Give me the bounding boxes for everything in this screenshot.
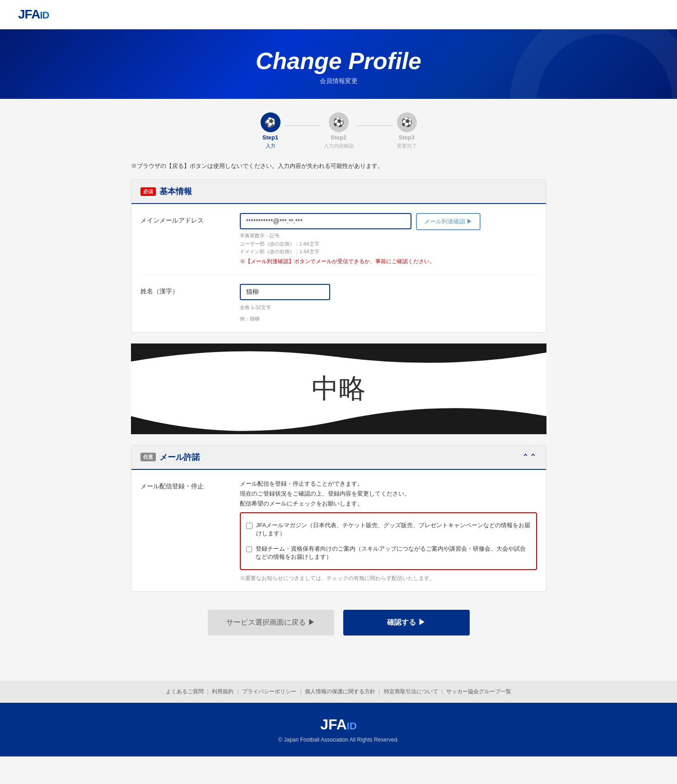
mail-note: ※重要なお知らせにつきましては、チェックの有無に関わらず配信いたします。	[240, 575, 537, 582]
footer-link-terms[interactable]: 利用規約	[212, 688, 233, 695]
name-kanji-row: 全角 1-32文字 例：猫柳	[240, 284, 537, 323]
footer-logo-jfa: JFA	[320, 716, 347, 733]
last-name-group: 全角 1-32文字 例：猫柳	[240, 284, 330, 323]
page-subtitle: 会員情報変更	[9, 77, 668, 85]
steps-indicator: ⚽ Step1 入力 ⚽ Step2 入力内容確認 ⚽ Step3 変更完了	[131, 112, 546, 149]
mail-magazine-checkbox[interactable]	[246, 522, 252, 529]
browser-back-warning: ※ブラウザの【戻る】ボタンは使用しないでください。入力内容が失われる可能性があり…	[131, 162, 546, 170]
action-buttons: サービス選択画面に戻る ▶ 確認する ▶	[131, 610, 546, 636]
checkbox-group: JFAメールマガジン（日本代表、チケット販売、グッズ販売、プレゼントキャンペーン…	[240, 512, 537, 570]
email-hint-2: ユーザー部（@の左側）：1-64文字	[240, 240, 537, 248]
step-3: ⚽ Step3 変更完了	[397, 112, 417, 149]
basic-info-title: 基本情報	[159, 186, 192, 197]
email-hints: 半角英数字・記号 ユーザー部（@の左側）：1-64文字 ドメイン部（@の右側）：…	[240, 232, 537, 256]
mail-config-row: メール配信登録・停止 メール配信を登録・停止することができます。 現在のご登録状…	[140, 470, 537, 591]
email-input[interactable]	[240, 213, 411, 229]
step1-icon: ⚽	[261, 112, 280, 132]
step2-label: Step2	[331, 134, 346, 141]
registered-team-checkbox[interactable]	[246, 546, 252, 553]
name-kanji-label: 姓名（漢字）	[140, 284, 231, 296]
footer-link-privacy[interactable]: プライバシーポリシー	[242, 688, 296, 695]
step-2: ⚽ Step2 入力内容確認	[324, 112, 354, 149]
step1-sublabel: 入力	[266, 143, 275, 149]
footer-brand: JFAID © Japan Football Association All R…	[0, 703, 677, 756]
name-kanji-content: 全角 1-32文字 例：猫柳	[240, 284, 537, 323]
optional-badge: 任意	[140, 453, 156, 461]
name-kanji-form-row: 姓名（漢字） 全角 1-32文字 例：猫柳	[140, 275, 537, 332]
logo: JFAID	[18, 7, 659, 22]
footer-link-faq[interactable]: よくあるご質問	[166, 688, 204, 695]
email-form-row: メインメールアドレス メール到達確認 ▶ 半角英数字・記号 ユーザー部（@の左側…	[140, 204, 537, 275]
email-field-content: メール到達確認 ▶ 半角英数字・記号 ユーザー部（@の左側）：1-64文字 ドメ…	[240, 213, 537, 265]
mail-title-left: 任意 メール許諾	[140, 452, 200, 463]
basic-info-header: 必須 基本情報	[131, 180, 546, 204]
last-name-input[interactable]	[240, 284, 330, 300]
email-verify-button[interactable]: メール到達確認 ▶	[416, 213, 481, 230]
mail-desc-line1: メール配信を登録・停止することができます。	[240, 479, 537, 489]
email-hint-3: ドメイン部（@の右側）：1-64文字	[240, 248, 537, 256]
omission-text: 中略	[131, 371, 546, 407]
mail-section-title: メール許諾	[159, 452, 200, 463]
registered-team-label[interactable]: 登録チーム・資格保有者向けのご案内（スキルアップにつながるご案内や講習会・研修会…	[256, 545, 531, 561]
step3-icon: ⚽	[397, 112, 417, 132]
step-1: ⚽ Step1 入力	[261, 112, 280, 149]
mail-section: 任意 メール許諾 ⌃⌃ メール配信登録・停止 メール配信を登録・停止することがで…	[131, 445, 546, 592]
email-field-label: メインメールアドレス	[140, 213, 231, 225]
footer-link-commerce[interactable]: 特定商取引法について	[384, 688, 438, 695]
collapse-button[interactable]: ⌃⌃	[522, 452, 537, 463]
footer-logo-id: ID	[347, 720, 357, 732]
footer-copyright: © Japan Football Association All Rights …	[9, 737, 668, 743]
logo-id: ID	[40, 9, 49, 21]
email-input-row: メール到達確認 ▶	[240, 213, 537, 230]
mail-desc-line2: 現在のご登録状況をご確認の上、登録内容を変更してください。	[240, 489, 537, 499]
step2-icon: ⚽	[329, 112, 349, 132]
mail-description: メール配信を登録・停止することができます。 現在のご登録状況をご確認の上、登録内…	[240, 479, 537, 509]
step-divider-2	[357, 125, 393, 126]
mail-config-content: メール配信を登録・停止することができます。 現在のご登録状況をご確認の上、登録内…	[240, 479, 537, 582]
confirm-button[interactable]: 確認する ▶	[343, 610, 470, 636]
footer-link-group[interactable]: サッカー協会グループ一覧	[446, 688, 511, 695]
mail-magazine-label[interactable]: JFAメールマガジン（日本代表、チケット販売、グッズ販売、プレゼントキャンペーン…	[256, 521, 531, 538]
last-name-example: 例：猫柳	[240, 315, 330, 323]
mail-section-header: 任意 メール許諾 ⌃⌃	[131, 445, 546, 470]
footer-links-bar: よくあるご質問 ｜ 利用規約 ｜ プライバシーポリシー ｜ 個人情報の保護に関す…	[0, 681, 677, 703]
back-button[interactable]: サービス選択画面に戻る ▶	[208, 610, 334, 636]
step3-label: Step3	[399, 134, 415, 141]
hero-banner: Change Profile 会員情報変更	[0, 29, 677, 99]
checkbox-item-2: 登録チーム・資格保有者向けのご案内（スキルアップにつながるご案内や講習会・研修会…	[246, 541, 531, 565]
checkbox-item-1: JFAメールマガジン（日本代表、チケット販売、グッズ販売、プレゼントキャンペーン…	[246, 518, 531, 541]
email-hint-red: ※【メール到達確認】ボタンでメールが受信できるか、事前にご確認ください。	[240, 258, 537, 265]
basic-info-section: 必須 基本情報 メインメールアドレス メール到達確認 ▶ 半角英数字・記号 ユー…	[131, 179, 546, 333]
step1-label: Step1	[262, 134, 278, 141]
main-content: ⚽ Step1 入力 ⚽ Step2 入力内容確認 ⚽ Step3 変更完了 ※…	[122, 99, 556, 681]
last-name-hint: 全角 1-32文字	[240, 304, 330, 312]
step2-sublabel: 入力内容確認	[324, 143, 354, 149]
mail-form-body: メール配信登録・停止 メール配信を登録・停止することができます。 現在のご登録状…	[131, 470, 546, 591]
step-divider-1	[284, 125, 320, 126]
logo-jfa: JFA	[18, 7, 40, 21]
basic-info-form-body: メインメールアドレス メール到達確認 ▶ 半角英数字・記号 ユーザー部（@の左側…	[131, 204, 546, 332]
email-hint-1: 半角英数字・記号	[240, 232, 537, 240]
footer-link-personal[interactable]: 個人情報の保護に関する方針	[305, 688, 375, 695]
required-badge: 必須	[140, 187, 156, 196]
page-title: Change Profile	[9, 47, 668, 74]
mail-desc-line3: 配信希望のメールにチェックをお願いします。	[240, 499, 537, 509]
section-title-left: 必須 基本情報	[140, 186, 192, 197]
footer-logo: JFAID	[9, 716, 668, 733]
page-header: JFAID	[0, 0, 677, 29]
mail-config-label: メール配信登録・停止	[140, 479, 231, 491]
step3-sublabel: 変更完了	[397, 143, 417, 149]
omission-section: 中略	[131, 343, 546, 434]
